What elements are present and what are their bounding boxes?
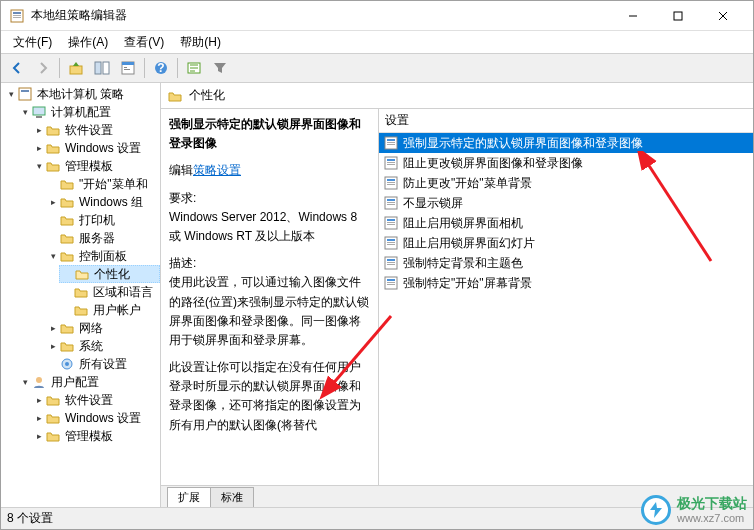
list-item-label: 强制特定"开始"屏幕背景 — [403, 275, 532, 292]
tree-panel[interactable]: ▾ 本地计算机 策略 ▾ 计算机配置 ▸软件设置 — [1, 83, 161, 507]
tree-node-user-windows[interactable]: ▸Windows 设置 — [31, 409, 160, 427]
svg-rect-52 — [387, 264, 395, 265]
svg-rect-14 — [124, 69, 130, 70]
tree-node-region[interactable]: 区域和语言 — [59, 283, 160, 301]
tree-node-user-admin[interactable]: ▸管理模板 — [31, 427, 160, 445]
expand-icon[interactable]: ▾ — [19, 106, 31, 118]
maximize-button[interactable] — [655, 1, 700, 31]
tree-node-computer-config[interactable]: ▾ 计算机配置 — [17, 103, 160, 121]
filter-options-button[interactable] — [182, 56, 206, 80]
tree-node-printers[interactable]: 打印机 — [45, 211, 160, 229]
tree-label: Windows 设置 — [63, 140, 143, 157]
expand-icon[interactable]: ▸ — [33, 430, 45, 442]
status-text: 8 个设置 — [7, 510, 53, 527]
tree-node-admin-templates[interactable]: ▾管理模板 — [31, 157, 160, 175]
svg-rect-38 — [387, 199, 395, 201]
menubar: 文件(F) 操作(A) 查看(V) 帮助(H) — [1, 31, 753, 53]
close-button[interactable] — [700, 1, 745, 31]
help-button[interactable]: ? — [149, 56, 173, 80]
toolbar-separator — [177, 58, 178, 78]
expand-icon[interactable]: ▾ — [19, 376, 31, 388]
settings-list[interactable]: 设置 强制显示特定的默认锁屏界面图像和登录图像 阻止更改锁屏界面图像和登录图像 … — [379, 109, 753, 485]
detail-requirements: 要求:Windows Server 2012、Windows 8 或 Windo… — [169, 189, 370, 247]
show-hide-tree-button[interactable] — [90, 56, 114, 80]
list-row[interactable]: 防止更改"开始"菜单背景 — [379, 173, 753, 193]
expand-icon[interactable]: ▾ — [47, 250, 59, 262]
menu-action[interactable]: 操作(A) — [60, 32, 116, 53]
list-item-label: 阻止启用锁屏界面幻灯片 — [403, 235, 535, 252]
tree-node-system[interactable]: ▸系统 — [45, 337, 160, 355]
tree-node-software[interactable]: ▸软件设置 — [31, 121, 160, 139]
list-row[interactable]: 强制特定背景和主题色 — [379, 253, 753, 273]
folder-icon — [59, 194, 75, 210]
list-column-header[interactable]: 设置 — [379, 109, 753, 133]
svg-rect-51 — [387, 262, 395, 263]
folder-icon — [45, 392, 61, 408]
tree-node-server[interactable]: 服务器 — [45, 229, 160, 247]
list-row[interactable]: 不显示锁屏 — [379, 193, 753, 213]
tree-node-root[interactable]: ▾ 本地计算机 策略 — [3, 85, 160, 103]
svg-rect-21 — [36, 116, 42, 118]
tree-label: 系统 — [77, 338, 105, 355]
tree-node-all-settings[interactable]: 所有设置 — [45, 355, 160, 373]
tree-label: 管理模板 — [63, 158, 115, 175]
tree-label: "开始"菜单和 — [77, 176, 150, 193]
svg-rect-28 — [387, 144, 395, 145]
up-button[interactable] — [64, 56, 88, 80]
tree-label: 软件设置 — [63, 392, 115, 409]
minimize-button[interactable] — [610, 1, 655, 31]
computer-icon — [31, 104, 47, 120]
list-row[interactable]: 阻止启用锁屏界面相机 — [379, 213, 753, 233]
list-row[interactable]: 阻止启用锁屏界面幻灯片 — [379, 233, 753, 253]
svg-rect-5 — [674, 12, 682, 20]
list-row[interactable]: 强制特定"开始"屏幕背景 — [379, 273, 753, 293]
expand-icon[interactable]: ▸ — [33, 124, 45, 136]
forward-button[interactable] — [31, 56, 55, 80]
expand-icon[interactable]: ▾ — [5, 88, 17, 100]
content-split: 强制显示特定的默认锁屏界面图像和登录图像 编辑策略设置 要求:Windows S… — [161, 109, 753, 485]
tree-node-user-software[interactable]: ▸软件设置 — [31, 391, 160, 409]
tree-node-windows-components[interactable]: ▸Windows 组 — [45, 193, 160, 211]
policy-item-icon — [383, 255, 399, 271]
list-row[interactable]: 强制显示特定的默认锁屏界面图像和登录图像 — [379, 133, 753, 153]
folder-icon — [59, 320, 75, 336]
detail-pane[interactable]: 强制显示特定的默认锁屏界面图像和登录图像 编辑策略设置 要求:Windows S… — [161, 109, 379, 485]
tab-extended[interactable]: 扩展 — [167, 487, 211, 507]
list-row[interactable]: 阻止更改锁屏界面图像和登录图像 — [379, 153, 753, 173]
svg-text:?: ? — [157, 61, 164, 75]
menu-help[interactable]: 帮助(H) — [172, 32, 229, 53]
tree-node-user-accounts[interactable]: 用户帐户 — [59, 301, 160, 319]
detail-description-2: 此设置让你可以指定在没有任何用户登录时所显示的默认锁屏界面图像和登录图像，还可将… — [169, 358, 370, 435]
folder-icon — [73, 302, 89, 318]
tree-node-start-menu[interactable]: "开始"菜单和 — [45, 175, 160, 193]
expand-icon[interactable]: ▾ — [33, 160, 45, 172]
tree-node-control-panel[interactable]: ▾控制面板 — [45, 247, 160, 265]
filter-button[interactable] — [208, 56, 232, 80]
expand-placeholder — [62, 268, 74, 280]
properties-button[interactable] — [116, 56, 140, 80]
tab-standard[interactable]: 标准 — [210, 487, 254, 507]
edit-policy-link[interactable]: 策略设置 — [193, 163, 241, 177]
folder-icon — [45, 122, 61, 138]
expand-icon[interactable]: ▸ — [47, 340, 59, 352]
tree-label: 本地计算机 策略 — [35, 86, 126, 103]
svg-rect-18 — [19, 88, 31, 100]
svg-rect-32 — [387, 164, 395, 165]
tree-node-user-config[interactable]: ▾用户配置 — [17, 373, 160, 391]
svg-rect-43 — [387, 222, 395, 223]
policy-item-icon — [383, 195, 399, 211]
menu-view[interactable]: 查看(V) — [116, 32, 172, 53]
svg-rect-20 — [33, 107, 45, 115]
expand-icon[interactable]: ▸ — [33, 394, 45, 406]
tree-node-windows[interactable]: ▸Windows 设置 — [31, 139, 160, 157]
back-button[interactable] — [5, 56, 29, 80]
expand-icon[interactable]: ▸ — [33, 142, 45, 154]
svg-rect-26 — [387, 139, 395, 141]
expand-icon[interactable]: ▸ — [33, 412, 45, 424]
expand-icon[interactable]: ▸ — [47, 196, 59, 208]
expand-icon[interactable]: ▸ — [47, 322, 59, 334]
tree-node-personalization[interactable]: 个性化 — [59, 265, 160, 283]
tree-node-network[interactable]: ▸网络 — [45, 319, 160, 337]
menu-file[interactable]: 文件(F) — [5, 32, 60, 53]
folder-open-icon — [74, 266, 90, 282]
